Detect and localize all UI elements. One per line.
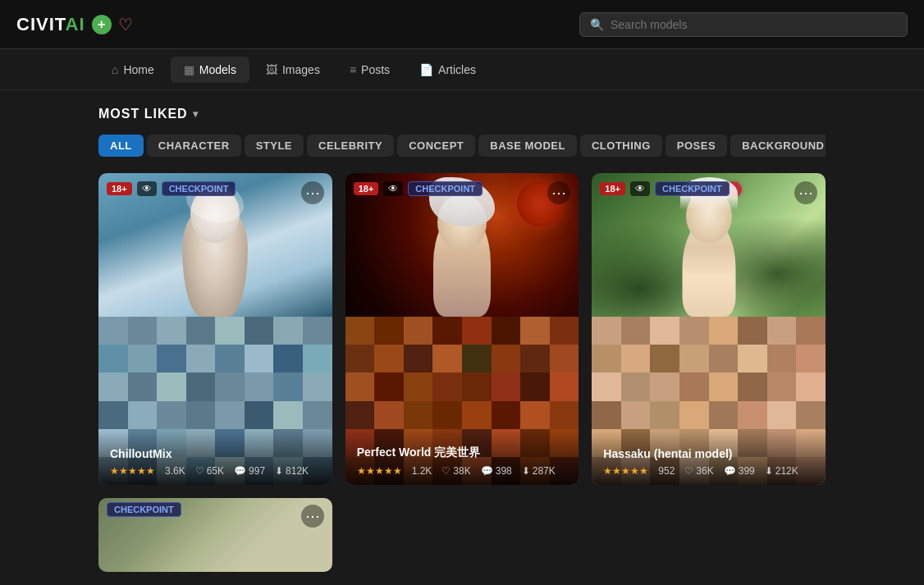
badge-18plus: 18+ [600,182,625,195]
badge-eye-icon: 👁 [630,181,650,196]
badge-checkpoint: CHECKPOINT [107,502,181,517]
model-card-3[interactable]: 18+ 👁 CHECKPOINT ⋯ Hassaku (hentai model… [592,173,826,485]
heart-icon: ♡ [684,465,693,477]
card-1-downloads: ⬇ 812K [275,465,309,477]
logo-plus-button[interactable]: + [92,15,112,34]
card-1-stars: ★★★★★ [110,465,155,477]
heart-icon: ♡ [195,465,204,477]
filter-tab-concept[interactable]: CONCEPT [397,135,475,157]
card-1-likes: ♡ 65K [195,465,224,477]
nav-label-posts: Posts [361,63,390,76]
card-2-comments: 💬 398 [481,465,512,477]
card-1-image: 18+ 👁 CHECKPOINT ⋯ ChilloutMix ★★★★★ 3.6… [98,173,332,485]
card-2-rating-count: 1.2K [412,465,432,477]
filter-tab-style[interactable]: STYLE [245,135,304,157]
card-1-title: ChilloutMix [110,447,321,460]
logo: CIVITAI + ♡ [16,14,133,35]
nav-label-models: Models [199,63,236,76]
main-nav: ⌂ Home ▦ Models 🖼 Images ≡ Posts 📄 Artic… [0,49,924,90]
model-card-2[interactable]: 18+ 👁 CHECKPOINT ⋯ Perfect World 完美世界 ★★… [345,173,579,485]
sort-label-text: MOST LIKED [98,107,188,121]
logo-ai: AI [66,14,85,34]
comment-icon: 💬 [234,465,246,477]
card-3-likes: ♡ 36K [684,465,713,477]
card-3-downloads: ⬇ 212K [765,465,798,477]
logo-heart-icon[interactable]: ♡ [118,15,133,34]
card-1-stats: ★★★★★ 3.6K ♡ 65K 💬 997 ⬇ 812K [110,465,321,477]
comment-icon: 💬 [724,465,736,477]
model-card-4[interactable]: CHECKPOINT ⋯ [98,498,332,572]
models-icon: ▦ [184,63,194,76]
search-input[interactable] [611,18,897,31]
card-2-downloads: ⬇ 287K [522,465,556,477]
card-3-stats: ★★★★★ 952 ♡ 36K 💬 399 ⬇ 212K [603,465,814,477]
card-2-stars: ★★★★★ [357,465,402,477]
card-2-image: 18+ 👁 CHECKPOINT ⋯ Perfect World 完美世界 ★★… [345,173,579,485]
search-icon: 🔍 [590,18,604,31]
nav-item-articles[interactable]: 📄 Articles [406,57,489,83]
card-3-stars: ★★★★★ [603,465,648,477]
articles-icon: 📄 [419,63,433,76]
download-icon: ⬇ [275,465,283,477]
cards-grid: 18+ 👁 CHECKPOINT ⋯ ChilloutMix ★★★★★ 3.6… [98,173,826,485]
nav-label-images: Images [282,63,320,76]
card-3-rating-count: 952 [658,465,675,477]
card-1-comments: 💬 997 [234,465,265,477]
filter-tab-celebrity[interactable]: CELEBRITY [307,135,394,157]
card-2-title: Perfect World 完美世界 [357,446,568,460]
home-icon: ⌂ [112,63,118,76]
badge-18plus: 18+ [354,182,379,195]
posts-icon: ≡ [350,63,356,76]
filter-tabs: ALL CHARACTER STYLE CELEBRITY CONCEPT BA… [98,135,826,157]
card-3-image: 18+ 👁 CHECKPOINT ⋯ Hassaku (hentai model… [592,173,826,485]
logo-text: CIVITAI [16,14,85,35]
filter-tab-base-model[interactable]: BASE MODEL [478,135,577,157]
logo-civit: CIVIT [16,14,66,34]
badge-eye-icon: 👁 [383,181,403,196]
download-icon: ⬇ [765,465,773,477]
filter-tab-all[interactable]: ALL [98,135,144,157]
nav-item-home[interactable]: ⌂ Home [98,57,167,83]
filter-tab-poses[interactable]: POSES [666,135,727,157]
card-3-badges: 18+ 👁 CHECKPOINT [600,181,729,196]
card-3-title: Hassaku (hentai model) [603,447,814,460]
card-1-menu-button[interactable]: ⋯ [301,181,324,204]
card-1-rating-count: 3.6K [165,465,185,477]
badge-checkpoint: CHECKPOINT [408,181,483,196]
card-2-title-overlay: Perfect World 完美世界 ★★★★★ 1.2K ♡ 38K 💬 39… [345,429,579,485]
badge-checkpoint: CHECKPOINT [162,181,236,196]
card-2-badges: 18+ 👁 CHECKPOINT [354,181,483,196]
download-icon: ⬇ [522,465,530,477]
nav-label-articles: Articles [438,63,476,76]
card-4-menu-button[interactable]: ⋯ [301,505,324,528]
images-icon: 🖼 [266,63,277,76]
card-3-comments: 💬 399 [724,465,755,477]
comment-icon: 💬 [481,465,493,477]
nav-label-home: Home [123,63,153,76]
sort-row: MOST LIKED ▾ [98,107,826,121]
nav-item-images[interactable]: 🖼 Images [253,57,333,83]
filter-tab-background[interactable]: BACKGROUND [730,135,826,157]
nav-item-posts[interactable]: ≡ Posts [336,57,403,83]
card-1-title-overlay: ChilloutMix ★★★★★ 3.6K ♡ 65K 💬 997 [98,431,332,485]
badge-checkpoint: CHECKPOINT [655,181,730,196]
model-card-1[interactable]: 18+ 👁 CHECKPOINT ⋯ ChilloutMix ★★★★★ 3.6… [98,173,332,485]
card-3-title-overlay: Hassaku (hentai model) ★★★★★ 952 ♡ 36K 💬… [592,431,826,485]
sort-arrow-icon: ▾ [193,108,199,120]
badge-eye-icon: 👁 [137,181,157,196]
sort-button[interactable]: MOST LIKED ▾ [98,107,199,121]
card-2-stats: ★★★★★ 1.2K ♡ 38K 💬 398 ⬇ 287K [357,465,568,477]
nav-item-models[interactable]: ▦ Models [171,57,249,83]
card-2-likes: ♡ 38K [441,465,470,477]
card-3-menu-button[interactable]: ⋯ [794,181,817,204]
badge-18plus: 18+ [107,182,132,195]
filter-tab-character[interactable]: CHARACTER [147,135,241,157]
card-1-badges: 18+ 👁 CHECKPOINT [107,181,236,196]
heart-icon: ♡ [441,465,451,477]
search-bar[interactable]: 🔍 [579,12,908,37]
header: CIVITAI + ♡ 🔍 [0,0,924,49]
main-content: MOST LIKED ▾ ALL CHARACTER STYLE CELEBRI… [0,90,924,585]
filter-tab-clothing[interactable]: CLOTHING [580,135,662,157]
